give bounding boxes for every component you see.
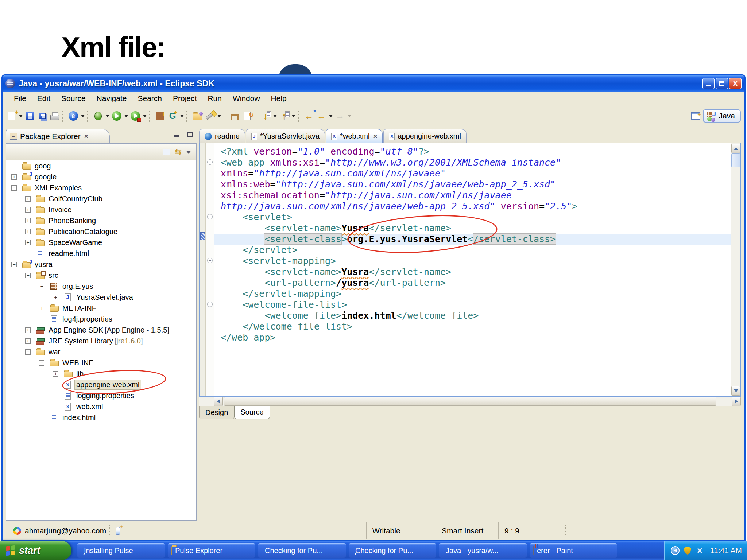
start-button[interactable]: start [0,541,71,560]
next-annotation-icon[interactable]: ↓ [260,110,271,121]
menu-window[interactable]: Window [228,93,265,104]
close-icon[interactable]: × [373,132,377,140]
new-package-icon[interactable]: + [155,110,166,121]
menu-help[interactable]: Help [266,93,291,104]
menu-file[interactable]: File [9,93,31,104]
search-icon[interactable] [204,110,215,121]
prev-annotation-icon[interactable]: ↑ [279,110,290,121]
scroll-left-button[interactable] [214,397,223,406]
code-line[interactable]: <servlet-name>Yusra</servlet-name> [221,267,731,277]
code-line[interactable]: </servlet-mapping> [221,288,731,299]
menu-run[interactable]: Run [203,93,227,104]
tree-expander[interactable]: − [11,185,22,191]
menu-source[interactable]: Source [57,93,90,104]
tree-item-org-e-yus[interactable]: −org.E.yus [6,281,196,292]
run-icon[interactable] [111,110,122,121]
tree-item-goog[interactable]: goog [6,160,196,171]
security-shield-icon[interactable] [684,547,691,555]
editor-tab-web-xml[interactable]: *web.xml× [326,129,383,143]
tree-item-app-engine-sdk[interactable]: +App Engine SDK [App Engine - 1.5.5] [6,324,196,335]
gwt-compile-dropdown[interactable] [179,113,184,119]
vertical-scrollbar[interactable] [731,143,740,396]
fold-marker[interactable]: − [207,214,213,219]
tree-expander[interactable]: + [39,306,50,311]
tree-expander[interactable]: + [25,327,36,333]
tree-expander[interactable]: + [25,229,36,234]
tree-expander[interactable]: + [25,196,36,202]
forward-dropdown[interactable] [347,113,352,119]
open-resource-icon[interactable] [192,110,203,121]
google-services-dropdown[interactable] [80,113,85,119]
link-with-editor-icon[interactable]: ⇆ [175,147,181,157]
code-line[interactable]: </welcome-file-list> [221,321,731,332]
code-line[interactable]: xmlns="http://java.sun.com/xml/ns/javaee… [221,168,731,179]
code-line[interactable]: http://java.sun.com/xml/ns/javaee/web-ap… [221,201,731,212]
tree-item-invoice[interactable]: +Invoice [6,204,196,215]
minimize-button[interactable] [702,78,715,89]
prev-annotation-dropdown[interactable] [291,113,296,119]
code-line[interactable]: <welcome-file-list> [221,299,731,310]
editor-tab-yusraservlet-java[interactable]: *YusraServlet.java [246,129,325,143]
hide-icons-chevron[interactable] [671,546,680,555]
tree-expander[interactable]: − [39,284,50,289]
menu-search[interactable]: Search [133,93,167,104]
search-dropdown[interactable] [217,113,221,119]
tree-item-yusra[interactable]: −yusra [6,259,196,270]
tree-item-web-xml[interactable]: web.xml [6,401,196,412]
print-icon[interactable] [49,110,60,121]
menu-edit[interactable]: Edit [32,93,55,104]
editor-tab-appengine-web-xml[interactable]: appengine-web.xml [383,129,466,143]
tree-expander[interactable]: + [25,240,36,245]
view-menu-icon[interactable] [186,151,191,156]
code-line[interactable]: xmlns:web="http://java.sun.com/xml/ns/ja… [221,179,731,190]
tree-item-jre-system-library[interactable]: +JRE System Library [jre1.6.0] [6,335,196,346]
tree-item-xmlexamples[interactable]: −XMLExamples [6,182,196,193]
horizontal-scrollbar[interactable] [199,397,741,406]
code-line[interactable]: <?xml version="1.0" encoding="utf-8"?> [221,146,731,157]
tree-item-web-inf[interactable]: −WEB-INF [6,357,196,368]
panel-maximize-button[interactable] [185,130,194,138]
window-titlebar[interactable]: Java - yusra/war/WEB-INF/web.xml - Eclip… [3,75,744,92]
tab-design[interactable]: Design [199,406,234,419]
fold-marker[interactable]: − [207,159,213,165]
back-icon[interactable]: ← [316,110,327,121]
tree-item-spacewargame[interactable]: +SpaceWarGame [6,237,196,248]
java-perspective-button[interactable]: J Java [703,109,741,122]
collapse-all-icon[interactable] [163,149,170,155]
external-tools-dropdown[interactable] [142,113,147,119]
scroll-down-button[interactable] [731,386,740,396]
external-tools-icon[interactable] [130,110,141,121]
sync-doc-icon[interactable]: ↻ [241,110,252,121]
code-line[interactable]: <servlet-mapping> [221,256,731,267]
tree-item-src[interactable]: −src [6,270,196,281]
tree-expander[interactable]: + [25,207,36,213]
code-line[interactable]: <web-app xmlns:xsi="http://www.w3.org/20… [221,157,731,168]
web-table-icon[interactable] [229,110,240,121]
debug-dropdown[interactable] [105,113,110,119]
tree-item-yusraservlet-java[interactable]: +YusraServlet.java [6,292,196,303]
debug-icon[interactable] [93,110,104,121]
tree-expander[interactable]: − [39,360,50,366]
task-button-installing-pulse[interactable]: Installing Pulse [77,543,165,558]
new-wizard-dropdown[interactable] [18,113,23,119]
vertical-scroll-thumb[interactable] [731,153,740,167]
panel-minimize-button[interactable] [172,130,181,138]
tree-expander[interactable]: − [11,262,22,267]
xml-source-editor[interactable]: −−−− <?xml version="1.0" encoding="utf-8… [199,143,741,397]
status-tool-icon[interactable] [116,527,120,535]
tree-expander[interactable]: − [25,273,36,278]
task-button-java-yusra-w[interactable]: Java - yusra/w... [439,543,527,558]
code-line[interactable]: </web-app> [221,332,731,343]
next-annotation-dropdown[interactable] [272,113,277,119]
tree-item-war[interactable]: −war [6,346,196,357]
code-line[interactable]: <welcome-file>index.html</welcome-file> [221,310,731,321]
tab-source[interactable]: Source [234,406,270,419]
maximize-button[interactable] [716,78,728,89]
tree-expander[interactable]: + [11,174,22,180]
task-button-checking-for-pu[interactable]: Checking for Pu... [258,543,346,558]
tree-item-golfcountryclub[interactable]: +GolfCountryClub [6,193,196,204]
menu-project[interactable]: Project [168,93,201,104]
menu-navigate[interactable]: Navigate [92,93,132,104]
google-services-icon[interactable]: 8 [68,110,79,121]
editor-tab-readme[interactable]: readme [199,129,245,143]
